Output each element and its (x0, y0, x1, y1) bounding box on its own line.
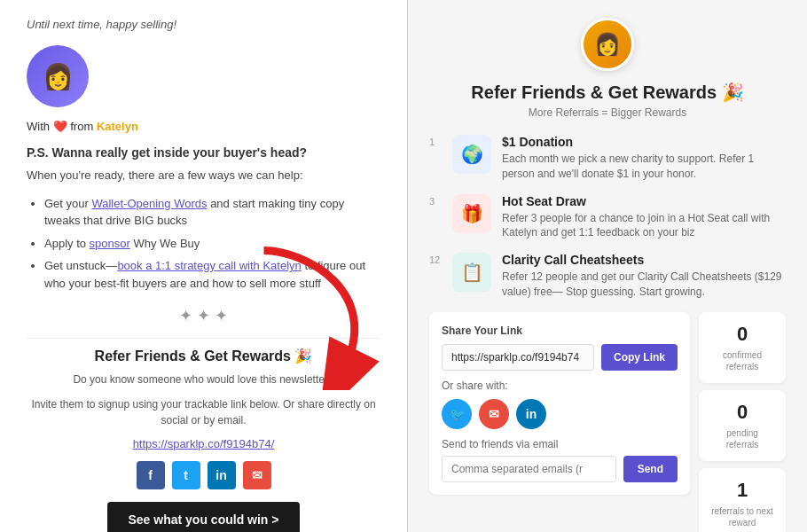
with-text: With (27, 120, 50, 133)
social-share-buttons: f t in ✉ (27, 461, 380, 489)
next-reward-number: 1 (709, 479, 775, 502)
sponsor-link[interactable]: sponsor (90, 237, 130, 250)
referral-desc-1: Do you know someone who would love this … (27, 372, 380, 387)
email-panel-wrapper: Until next time, happy selling! 👩 With ❤… (0, 0, 408, 532)
email-friends-input[interactable] (442, 456, 616, 482)
twitter-share-button[interactable]: 🐦 (442, 399, 472, 429)
email-widget-share-button[interactable]: ✉ (479, 399, 509, 429)
reward-content-1: $1 Donation Each month we pick a new cha… (502, 135, 786, 182)
or-share-label: Or share with: (442, 379, 678, 392)
author-name: Katelyn (97, 120, 138, 133)
top-avatar-section: 👩 (429, 18, 786, 71)
referral-widget-panel: 👩 Refer Friends & Get Rewards 🎉 More Ref… (408, 0, 807, 532)
divider: ✦ ✦ ✦ (27, 306, 380, 325)
list-item: Get your Wallet-Opening Words and start … (44, 195, 380, 230)
copy-link-button[interactable]: Copy Link (601, 344, 678, 371)
reward-item-1: 1 🌍 $1 Donation Each month we pick a new… (429, 135, 786, 182)
email-send-row: Send (442, 456, 678, 482)
list-item: Apply to sponsor Why We Buy (44, 235, 380, 253)
referral-subtitle: More Referrals = Bigger Rewards (429, 106, 786, 119)
twitter-button[interactable]: t (172, 461, 200, 489)
next-reward-card: 1 referrals to next reward (699, 468, 786, 532)
confirmed-referrals-card: 0 confirmed referrals (699, 312, 786, 383)
email-referral-title: Refer Friends & Get Rewards 🎉 (27, 348, 380, 364)
ps-heading: P.S. Wanna really get inside your buyer'… (27, 145, 380, 160)
referral-link[interactable]: https://sparklp.co/f9194b74/ (27, 437, 380, 450)
reward-title-2: Hot Seat Draw (502, 194, 786, 208)
confirmed-referrals-number: 0 (709, 323, 775, 346)
rewards-list: 1 🌍 $1 Donation Each month we pick a new… (429, 135, 786, 300)
wallet-link[interactable]: Wallet-Opening Words (91, 197, 207, 210)
email-share-button[interactable]: ✉ (243, 461, 271, 489)
reward-content-2: Hot Seat Draw Refer 3 people for a chanc… (502, 194, 786, 241)
facebook-button[interactable]: f (137, 461, 165, 489)
reward-number-1: 1 (429, 137, 442, 147)
share-label: Share Your Link (442, 325, 678, 337)
linkedin-button[interactable]: in (208, 461, 236, 489)
reward-content-3: Clarity Call Cheatsheets Refer 12 people… (502, 253, 786, 300)
social-share-buttons-widget: 🐦 ✉ in (442, 399, 678, 429)
reward-desc-3: Refer 12 people and get our Clarity Call… (502, 270, 786, 300)
link-row: Copy Link (442, 344, 678, 371)
reward-number-2: 3 (429, 196, 442, 207)
widget-avatar-emoji: 👩 (594, 32, 621, 57)
list-item: Get unstuck—book a 1:1 strategy call wit… (44, 257, 380, 292)
email-panel: Until next time, happy selling! 👩 With ❤… (0, 0, 408, 532)
referral-link-input[interactable] (442, 344, 594, 371)
ps-text: When you're ready, there are a few ways … (27, 167, 380, 184)
share-section: Share Your Link Copy Link Or share with:… (429, 312, 690, 495)
next-reward-label: referrals to next reward (709, 505, 775, 528)
reward-item-2: 3 🎁 Hot Seat Draw Refer 3 people for a c… (429, 194, 786, 241)
widget-avatar: 👩 (581, 18, 634, 71)
send-button[interactable]: Send (623, 456, 678, 482)
reward-desc-1: Each month we pick a new charity to supp… (502, 152, 786, 182)
sign-off-text: Until next time, happy selling! (27, 18, 380, 31)
referral-desc-2: Invite them to signup using your trackab… (27, 396, 380, 428)
email-label: Send to friends via email (442, 438, 678, 450)
referral-main-title: Refer Friends & Get Rewards 🎉 (429, 82, 786, 103)
reward-desc-2: Refer 3 people for a chance to join in a… (502, 211, 786, 241)
share-column: Share Your Link Copy Link Or share with:… (429, 312, 690, 532)
reward-title-1: $1 Donation (502, 135, 786, 149)
with-love: With ❤️ from Katelyn (27, 120, 380, 133)
pending-referrals-card: 0 pending referrals (699, 390, 786, 461)
heart-emoji: ❤️ (53, 120, 71, 133)
from-text: from (70, 120, 93, 133)
reward-title-3: Clarity Call Cheatsheets (502, 253, 786, 267)
reward-icon-1: 🌍 (452, 135, 491, 174)
author-avatar: 👩 (27, 45, 89, 107)
avatar-emoji: 👩 (43, 62, 74, 91)
email-referral-section: Refer Friends & Get Rewards 🎉 Do you kno… (27, 338, 380, 532)
linkedin-share-button[interactable]: in (516, 399, 546, 429)
bullet-list: Get your Wallet-Opening Words and start … (27, 195, 380, 293)
cta-button[interactable]: See what you could win > (107, 502, 301, 532)
pending-referrals-number: 0 (709, 401, 775, 424)
strategy-call-link[interactable]: book a 1:1 strategy call with Katelyn (117, 259, 301, 272)
reward-icon-3: 📋 (452, 253, 491, 292)
pending-referrals-label: pending referrals (709, 427, 775, 450)
confirmed-referrals-label: confirmed referrals (709, 349, 775, 372)
reward-number-3: 12 (429, 254, 442, 265)
reward-icon-2: 🎁 (452, 194, 491, 233)
reward-item-3: 12 📋 Clarity Call Cheatsheets Refer 12 p… (429, 253, 786, 300)
share-stats-row: Share Your Link Copy Link Or share with:… (429, 312, 786, 532)
stats-column: 0 confirmed referrals 0 pending referral… (699, 312, 786, 532)
